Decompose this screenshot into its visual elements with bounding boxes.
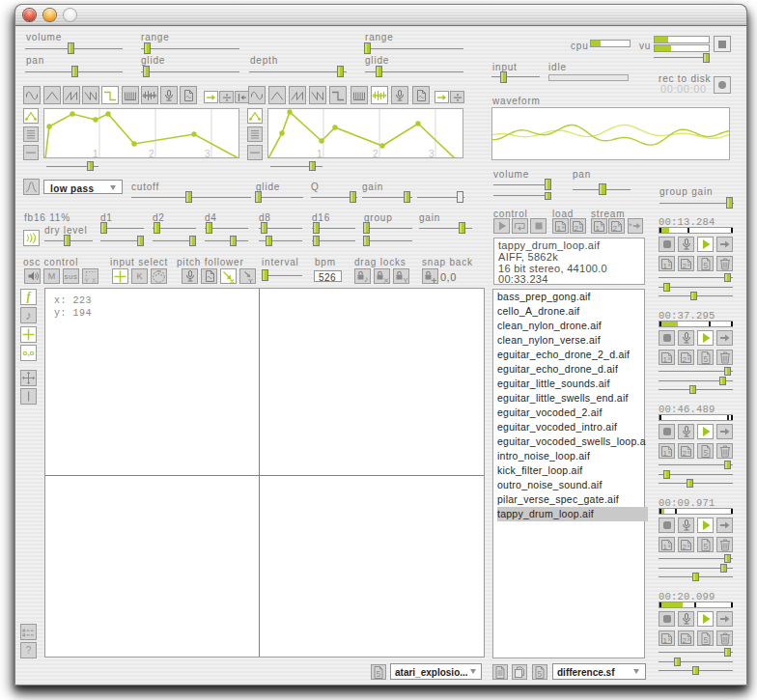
svg-text:5: 5 bbox=[703, 448, 708, 458]
svg-text:5: 5 bbox=[703, 542, 708, 551]
svg-text:5: 5 bbox=[538, 669, 543, 679]
svg-text:x: x bbox=[687, 449, 690, 455]
svg-text:X: X bbox=[92, 276, 97, 283]
svg-text:1: 1 bbox=[93, 149, 98, 157]
svg-text:x: x bbox=[687, 636, 690, 642]
svg-text:5: 5 bbox=[703, 354, 708, 364]
svg-text:5: 5 bbox=[703, 261, 708, 270]
svg-text:3: 3 bbox=[205, 149, 210, 157]
svg-text:x: x bbox=[668, 262, 671, 267]
svg-text:2: 2 bbox=[373, 149, 378, 157]
svg-text:x: x bbox=[687, 355, 690, 361]
svg-text:x: x bbox=[668, 449, 671, 455]
svg-text:5: 5 bbox=[703, 635, 708, 645]
svg-text:x: x bbox=[687, 262, 690, 267]
svg-text:x: x bbox=[687, 543, 690, 548]
svg-text:x: x bbox=[562, 224, 565, 230]
svg-text:x: x bbox=[668, 355, 671, 361]
svg-text:x: x bbox=[668, 543, 671, 548]
svg-text:x: x bbox=[668, 636, 671, 642]
svg-text:Y: Y bbox=[85, 276, 90, 283]
svg-text:Y: Y bbox=[404, 276, 408, 284]
svg-text:x: x bbox=[579, 224, 582, 230]
svg-text:*: * bbox=[629, 220, 632, 231]
svg-text:^: ^ bbox=[601, 224, 603, 230]
svg-text:1: 1 bbox=[317, 149, 322, 157]
svg-text:♪: ♪ bbox=[364, 274, 369, 284]
svg-text:^: ^ bbox=[618, 224, 621, 230]
svg-text:2: 2 bbox=[149, 149, 154, 157]
svg-text:5: 5 bbox=[377, 669, 381, 679]
svg-text:3: 3 bbox=[429, 149, 435, 157]
